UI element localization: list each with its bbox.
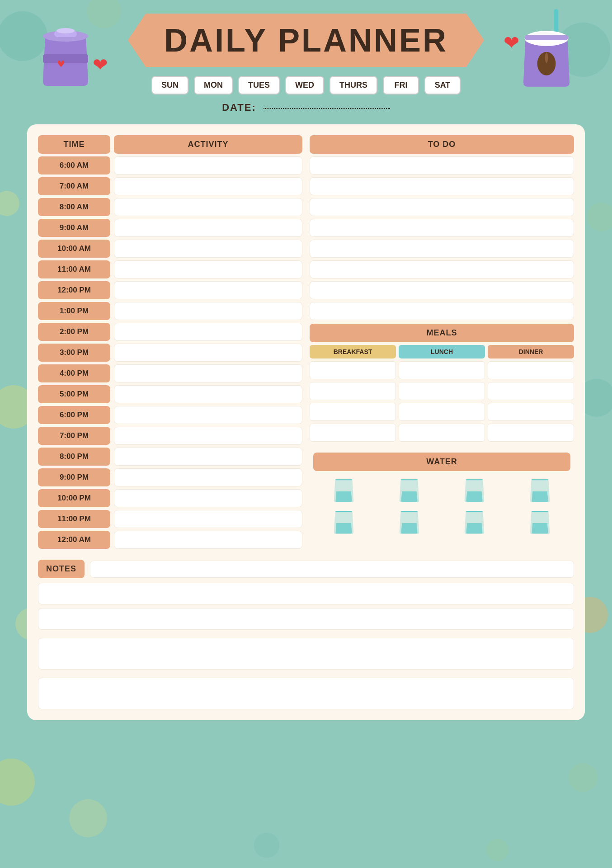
activity-300pm[interactable] (114, 344, 302, 362)
activity-100pm[interactable] (114, 302, 302, 320)
table-header-row: TIME ACTIVITY (38, 135, 302, 154)
day-fri[interactable]: FRI (383, 76, 419, 94)
date-label: DATE: (222, 102, 256, 113)
activity-900am[interactable] (114, 219, 302, 237)
activity-800am[interactable] (114, 198, 302, 216)
notes-header-row: NOTES (38, 560, 574, 578)
todo-row-2[interactable] (310, 177, 574, 195)
time-800am: 8:00 AM (38, 198, 110, 216)
water-glasses-top (313, 476, 570, 503)
water-glass-1[interactable] (331, 476, 356, 503)
svg-point-9 (0, 759, 35, 806)
meals-row-4 (310, 424, 574, 442)
water-glass-5[interactable] (331, 507, 356, 534)
lunch-cell-2[interactable] (399, 382, 485, 400)
notes-row-3[interactable] (38, 638, 574, 670)
water-glass-8[interactable] (527, 507, 552, 534)
time-row-200pm: 2:00 PM (38, 323, 302, 341)
activity-400pm[interactable] (114, 364, 302, 382)
svg-rect-14 (43, 54, 88, 63)
activity-700pm[interactable] (114, 427, 302, 445)
time-900pm: 9:00 PM (38, 468, 110, 486)
time-row-1200am: 12:00 AM (38, 531, 302, 549)
heart-icon-right: ❤ (504, 32, 519, 54)
meals-header: MEALS (310, 324, 574, 342)
notes-row-1[interactable] (38, 583, 574, 604)
coffee-cup-right (517, 9, 576, 86)
meals-row-1 (310, 361, 574, 379)
activity-1200pm[interactable] (114, 281, 302, 299)
todo-row-6[interactable] (310, 260, 574, 278)
todo-row-4[interactable] (310, 219, 574, 237)
water-glass-7[interactable] (462, 507, 487, 534)
activity-900pm[interactable] (114, 468, 302, 486)
water-glass-4[interactable] (527, 476, 552, 503)
activity-700am[interactable] (114, 177, 302, 195)
todo-rows (310, 156, 574, 320)
todo-row-8[interactable] (310, 302, 574, 320)
lunch-cell-4[interactable] (399, 424, 485, 442)
activity-1100pm[interactable] (114, 510, 302, 528)
activity-1200am[interactable] (114, 531, 302, 549)
dinner-cell-2[interactable] (488, 382, 574, 400)
svg-point-12 (69, 799, 107, 837)
activity-1100am[interactable] (114, 260, 302, 278)
water-glass-6[interactable] (397, 507, 422, 534)
water-section: WATER (310, 449, 574, 542)
schedule-grid: TIME ACTIVITY 6:00 AM 7:00 AM 8:00 AM (38, 135, 574, 552)
day-wed[interactable]: WED (285, 76, 324, 94)
day-tues[interactable]: TUES (238, 76, 280, 94)
time-row-700am: 7:00 AM (38, 177, 302, 195)
heart-icon-left: ❤ (93, 54, 108, 75)
time-700pm: 7:00 PM (38, 427, 110, 445)
time-1000am: 10:00 AM (38, 240, 110, 258)
activity-600am[interactable] (114, 156, 302, 175)
water-header: WATER (313, 453, 570, 471)
breakfast-cell-1[interactable] (310, 361, 396, 379)
time-600am: 6:00 AM (38, 156, 110, 175)
activity-200pm[interactable] (114, 323, 302, 341)
dinner-col-header: DINNER (488, 345, 574, 359)
activity-col-header: ACTIVITY (114, 135, 302, 154)
notes-row-4[interactable] (38, 678, 574, 709)
svg-point-13 (486, 839, 508, 861)
notes-row-2[interactable] (38, 608, 574, 630)
time-row-1000pm: 10:00 PM (38, 489, 302, 507)
day-sat[interactable]: SAT (424, 76, 461, 94)
water-glass-3[interactable] (462, 476, 487, 503)
lunch-cell-3[interactable] (399, 403, 485, 421)
breakfast-cell-4[interactable] (310, 424, 396, 442)
lunch-cell-1[interactable] (399, 361, 485, 379)
time-row-500pm: 5:00 PM (38, 385, 302, 403)
day-mon[interactable]: MON (194, 76, 233, 94)
day-thurs[interactable]: THURS (330, 76, 377, 94)
activity-1000am[interactable] (114, 240, 302, 258)
dinner-cell-4[interactable] (488, 424, 574, 442)
dinner-cell-3[interactable] (488, 403, 574, 421)
right-section: TO DO MEALS BREAKFAST (310, 135, 574, 552)
time-300pm: 3:00 PM (38, 344, 110, 362)
todo-row-3[interactable] (310, 198, 574, 216)
water-glass-2[interactable] (397, 476, 422, 503)
notes-first-line[interactable] (90, 561, 574, 578)
breakfast-cell-2[interactable] (310, 382, 396, 400)
meals-row-3 (310, 403, 574, 421)
svg-point-11 (254, 833, 279, 858)
activity-800pm[interactable] (114, 448, 302, 466)
time-row-100pm: 1:00 PM (38, 302, 302, 320)
activity-500pm[interactable] (114, 385, 302, 403)
time-400pm: 4:00 PM (38, 364, 110, 382)
dinner-cell-1[interactable] (488, 361, 574, 379)
activity-1000pm[interactable] (114, 489, 302, 507)
time-row-1100am: 11:00 AM (38, 260, 302, 278)
time-row-400pm: 4:00 PM (38, 364, 302, 382)
day-sun[interactable]: SUN (151, 76, 188, 94)
activity-600pm[interactable] (114, 406, 302, 424)
breakfast-cell-3[interactable] (310, 403, 396, 421)
todo-row-1[interactable] (310, 156, 574, 175)
time-row-800pm: 8:00 PM (38, 448, 302, 466)
todo-row-7[interactable] (310, 281, 574, 299)
todo-row-5[interactable] (310, 240, 574, 258)
time-700am: 7:00 AM (38, 177, 110, 195)
date-row: DATE: (23, 102, 589, 113)
